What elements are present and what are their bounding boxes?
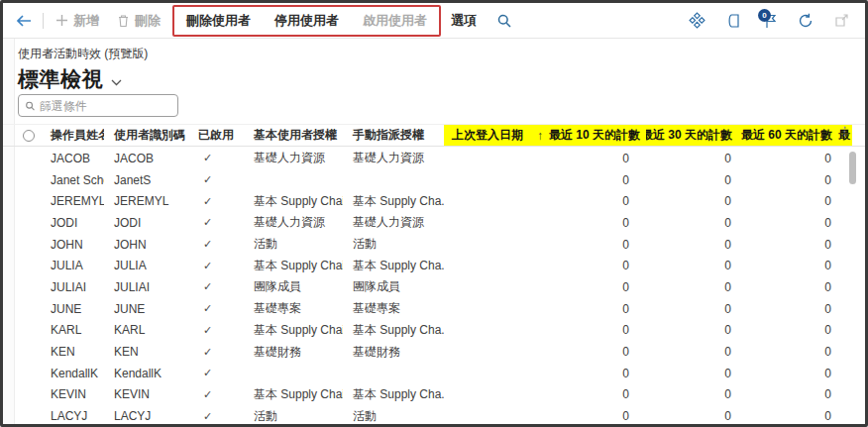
- enabled-check-icon: ✓: [188, 324, 244, 337]
- cell-name[interactable]: KARL: [39, 323, 104, 337]
- table-row[interactable]: JEREMYLJEREMYL✓基本 Supply Chai...基本 Suppl…: [3, 190, 865, 212]
- cell-id: JODI: [104, 216, 188, 230]
- chevron-down-icon: [111, 79, 122, 86]
- back-button[interactable]: [15, 13, 33, 29]
- cell-name[interactable]: LACYJ: [39, 409, 104, 423]
- cell-id: LACYJ: [104, 409, 188, 423]
- cell-name[interactable]: JOHN: [39, 238, 104, 252]
- enabled-check-icon: ✓: [188, 238, 244, 251]
- column-label: 操作員姓名: [51, 127, 104, 144]
- table-row[interactable]: LACYJLACYJ✓活動活動000: [3, 405, 865, 424]
- notification-badge: 0: [758, 9, 771, 22]
- cell-count30: 0: [646, 323, 738, 337]
- select-all-radio[interactable]: [23, 130, 35, 142]
- table-row[interactable]: KendallKKendallK✓000: [3, 363, 865, 384]
- search-button[interactable]: [496, 13, 512, 29]
- cell-base_license: 基本 Supply Chai...: [244, 322, 343, 339]
- column-header-manual_license[interactable]: 手動指派授權: [343, 125, 444, 146]
- column-header-count30[interactable]: 最近 30 天的計數: [646, 125, 738, 146]
- table-row[interactable]: JACOBJACOB✓基礎人力資源基礎人力資源000: [3, 148, 865, 169]
- vertical-scrollbar[interactable]: [849, 150, 857, 422]
- options-button[interactable]: 選項: [449, 12, 479, 30]
- cell-name[interactable]: KendallK: [39, 367, 104, 380]
- share-button[interactable]: [689, 12, 705, 29]
- disable-user-button[interactable]: 停用使用者: [272, 12, 341, 30]
- cell-name[interactable]: JACOB: [39, 152, 104, 165]
- new-button[interactable]: 新增: [54, 12, 101, 30]
- cell-count10: 0: [543, 387, 646, 401]
- notifications-button[interactable]: 0: [763, 13, 777, 29]
- table-row[interactable]: JUNEJUNE✓基礎專案基礎專案000: [3, 298, 865, 320]
- cell-name[interactable]: JEREMYL: [39, 194, 104, 208]
- view-selector[interactable]: [111, 72, 122, 90]
- cell-name[interactable]: JUNE: [39, 302, 104, 316]
- cell-name[interactable]: JULIA: [39, 259, 104, 272]
- cell-count60: 0: [738, 216, 838, 230]
- cell-count60: 0: [738, 302, 838, 316]
- cell-base_license: 團隊成員: [244, 278, 343, 295]
- delete-button[interactable]: 刪除: [115, 12, 163, 30]
- cell-manual_license: 活動: [343, 408, 444, 424]
- refresh-icon: [798, 13, 814, 29]
- cell-base_license: 基礎人力資源: [244, 150, 343, 166]
- app-window: 新增 刪除 刪除使用者 停用使用者 啟用使用者 選項: [0, 0, 868, 427]
- column-header-base_license[interactable]: 基本使用者授權: [244, 125, 343, 146]
- cell-id: KEVIN: [104, 387, 188, 401]
- column-label: 基本使用者授權: [254, 127, 337, 144]
- cell-count10: 0: [543, 194, 646, 208]
- cell-name[interactable]: JODI: [39, 216, 104, 230]
- cell-count10: 0: [543, 152, 646, 165]
- cell-name[interactable]: Janet Schor: [39, 173, 104, 187]
- cell-count60: 0: [738, 409, 838, 423]
- cell-count30: 0: [646, 387, 738, 401]
- cell-name[interactable]: JULIAI: [39, 280, 104, 294]
- table-row[interactable]: KENKEN✓基礎財務基礎財務000: [3, 341, 865, 363]
- cell-count30: 0: [646, 345, 738, 359]
- cell-count60: 0: [738, 259, 838, 272]
- select-all-cell: [3, 125, 39, 146]
- enabled-check-icon: ✓: [188, 346, 244, 359]
- cell-base_license: 基本 Supply Chai...: [244, 386, 343, 403]
- cell-count30: 0: [646, 238, 738, 252]
- company-button[interactable]: [726, 13, 742, 29]
- cell-count30: 0: [646, 302, 738, 316]
- cell-count30: 0: [646, 194, 738, 208]
- column-header-name[interactable]: 操作員姓名: [39, 125, 104, 146]
- cell-name[interactable]: KEVIN: [39, 387, 104, 401]
- cell-name[interactable]: KEN: [39, 345, 104, 359]
- cell-count60: 0: [738, 152, 838, 165]
- refresh-button[interactable]: [798, 13, 814, 29]
- cell-count10: 0: [543, 259, 646, 272]
- enabled-check-icon: ✓: [188, 260, 244, 272]
- column-header-id[interactable]: 使用者識別碼: [104, 125, 188, 146]
- column-options-icon[interactable]: ⋮: [839, 129, 850, 134]
- table-row[interactable]: KEVINKEVIN✓基本 Supply Chai...基本 Supply Ch…: [3, 384, 865, 406]
- delete-user-button[interactable]: 刪除使用者: [184, 12, 253, 30]
- table-row[interactable]: KARLKARL✓基本 Supply Chai...基本 Supply Cha.…: [3, 320, 865, 342]
- column-header-count10[interactable]: 最近 10 天的計數: [543, 125, 646, 146]
- toolbar-divider: [43, 13, 44, 29]
- column-header-enabled[interactable]: 已啟用: [188, 125, 244, 146]
- cell-id: KEN: [104, 345, 188, 359]
- filter-input[interactable]: [40, 99, 171, 113]
- cell-manual_license: 基本 Supply Cha...: [343, 258, 444, 274]
- table-row[interactable]: JULIAIJULIAI✓團隊成員團隊成員000: [3, 276, 865, 298]
- table-row[interactable]: JULIAJULIA✓基本 Supply Chai...基本 Supply Ch…: [3, 255, 865, 276]
- table-row[interactable]: JOHNJOHN✓活動活動000: [3, 234, 865, 256]
- enabled-check-icon: ✓: [188, 195, 244, 208]
- table-row[interactable]: JODIJODI✓基礎人力資源基礎人力資源000: [3, 212, 865, 234]
- enable-user-button[interactable]: 啟用使用者: [361, 12, 429, 30]
- cell-id: JACOB: [104, 152, 188, 165]
- cell-id: JULIAI: [104, 280, 188, 294]
- cell-base_license: 基礎專案: [244, 300, 343, 317]
- popout-button[interactable]: [834, 13, 849, 28]
- table-row[interactable]: Janet SchorJanetS✓000: [3, 169, 865, 191]
- column-header-last_login[interactable]: 上次登入日期↑: [444, 125, 543, 146]
- column-header-count60[interactable]: 最近 60 天的計數: [738, 125, 838, 146]
- enabled-check-icon: ✓: [188, 367, 244, 379]
- grid-header-cells: 操作員姓名使用者識別碼已啟用基本使用者授權手動指派授權上次登入日期↑最近 10 …: [39, 125, 852, 146]
- grid-body: JACOBJACOB✓基礎人力資源基礎人力資源000Janet SchorJan…: [3, 148, 865, 424]
- users-grid: 操作員姓名使用者識別碼已啟用基本使用者授權手動指派授權上次登入日期↑最近 10 …: [3, 124, 865, 424]
- column-label: 最近 60 天的計數: [741, 127, 832, 144]
- scrollbar-thumb[interactable]: [849, 152, 856, 184]
